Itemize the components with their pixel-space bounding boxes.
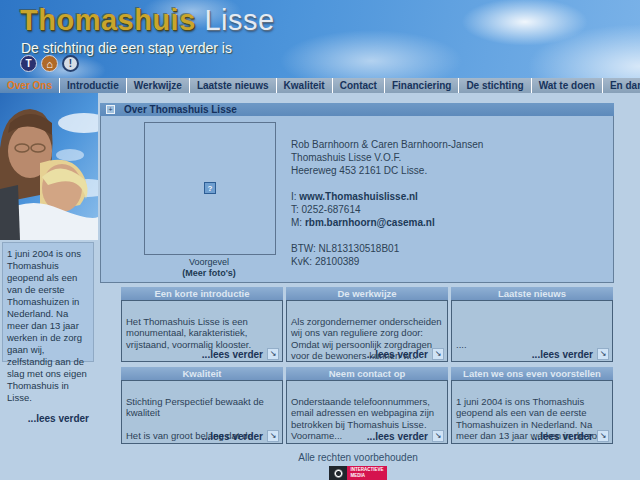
contact-phone-row: T: 0252-687614 <box>291 203 483 216</box>
more-photos-link[interactable]: (Meer foto's) <box>144 268 274 279</box>
site-title-primary: Thomashuis <box>20 4 196 36</box>
lees-verder-link[interactable]: ...lees verder <box>367 431 428 443</box>
card-laatste-nieuws-body: .... ...lees verder ↘ <box>451 300 613 362</box>
footer-logo-badge[interactable]: INTERACTIEVE MEDIA <box>329 466 386 480</box>
site-tagline: De stichting die een stap verder is <box>21 40 232 56</box>
card-werkwijze-body: Als zorgondernemer onderscheiden wij ons… <box>286 300 448 362</box>
card-laatste-nieuws-text: .... <box>456 339 467 350</box>
nav-tab-over-ons[interactable]: Over Ons <box>0 78 60 93</box>
main-nav: Over Ons Introductie Werkwijze Laatste n… <box>0 78 640 93</box>
website-link[interactable]: www.Thomashuislisse.nl <box>299 191 418 202</box>
home-icon[interactable]: ⌂ <box>41 55 58 72</box>
sidebar-lees-verder-link[interactable]: ...lees verder <box>7 413 89 425</box>
arrow-link-icon[interactable]: ↘ <box>597 348 609 360</box>
couple-photo <box>0 93 98 240</box>
footer-copyright: Alle rechten voorbehouden <box>100 452 616 463</box>
photo-frame: ? <box>144 122 276 255</box>
card-voorstellen-title: Laten we ons even voorstellen <box>451 367 613 380</box>
arrow-link-icon[interactable]: ↘ <box>597 430 609 442</box>
nav-tab-werkwijze[interactable]: Werkwijze <box>127 78 190 93</box>
nav-tab-introductie[interactable]: Introductie <box>60 78 127 93</box>
lees-verder-link[interactable]: ...lees verder <box>367 349 428 361</box>
eye-logo-icon <box>329 466 347 480</box>
email-link[interactable]: rbm.barnhoorn@casema.nl <box>305 217 435 228</box>
header-banner: Thomashuis Lisse De stichting die een st… <box>0 0 640 78</box>
footer-badge-text: INTERACTIEVE MEDIA <box>347 466 386 480</box>
card-voorstellen: Laten we ons even voorstellen 1 juni 200… <box>451 367 613 444</box>
email-label: M: <box>291 217 305 228</box>
card-contact: Neem contact op Onderstaande telefoonnum… <box>286 367 448 444</box>
lees-verder-link[interactable]: ...lees verder <box>532 349 593 361</box>
lees-verder-link[interactable]: ...lees verder <box>532 431 593 443</box>
card-kwaliteit-title: Kwaliteit <box>121 367 283 380</box>
window-icon[interactable]: + <box>106 105 115 114</box>
nav-tab-laatste-nieuws[interactable]: Laatste nieuws <box>190 78 277 93</box>
nav-tab-contact[interactable]: Contact <box>333 78 385 93</box>
sidebar-teaser: 1 juni 2004 is ons Thomashuis geopend al… <box>2 242 94 362</box>
contact-name: Rob Barnhoorn & Caren Barnhoorn-Jansen <box>291 138 483 151</box>
card-werkwijze: De werkwijze Als zorgondernemer ondersch… <box>286 287 448 362</box>
contact-company: Thomashuis Lisse V.O.F. <box>291 151 483 164</box>
footer-badge-wrap: INTERACTIEVE MEDIA <box>100 466 616 480</box>
t-logo-icon[interactable]: T <box>20 55 37 72</box>
nav-tab-wat-te-doen[interactable]: Wat te doen <box>532 78 603 93</box>
arrow-link-icon[interactable]: ↘ <box>432 430 444 442</box>
lees-verder-link[interactable]: ...lees verder <box>202 431 263 443</box>
phone-label: T: <box>291 204 302 215</box>
card-contact-body: Onderstaande telefoonnummers, email adre… <box>286 380 448 444</box>
card-contact-title: Neem contact op <box>286 367 448 380</box>
panel-header: + Over Thomashuis Lisse <box>100 103 614 116</box>
arrow-link-icon[interactable]: ↘ <box>267 348 279 360</box>
header-badges: T ⌂ ! <box>20 55 79 72</box>
page: Thomashuis Lisse De stichting die een st… <box>0 0 640 480</box>
contact-btw: BTW: NL813130518B01 <box>291 242 483 255</box>
card-voorstellen-body: 1 juni 2004 is ons Thomashuis geopend al… <box>451 380 613 444</box>
card-werkwijze-title: De werkwijze <box>286 287 448 300</box>
photo-caption: Voorgevel (Meer foto's) <box>144 257 274 279</box>
card-kwaliteit: Kwaliteit Stichting Perspectief bewaakt … <box>121 367 283 444</box>
card-introductie-body: Het Thomashuis Lisse is een monumentaal,… <box>121 300 283 362</box>
panel-body: ? Voorgevel (Meer foto's) Rob Barnhoorn … <box>100 116 614 283</box>
lees-verder-link[interactable]: ...lees verder <box>202 349 263 361</box>
footer-badge-line2: MEDIA <box>350 473 383 479</box>
contact-address: Heereweg 453 2161 DC Lisse. <box>291 164 483 177</box>
arrow-link-icon[interactable]: ↘ <box>267 430 279 442</box>
card-kwaliteit-body: Stichting Perspectief bewaakt de kwalite… <box>121 380 283 444</box>
card-laatste-nieuws: Laatste nieuws .... ...lees verder ↘ <box>451 287 613 362</box>
card-laatste-nieuws-title: Laatste nieuws <box>451 287 613 300</box>
sidebar-teaser-text: 1 juni 2004 is ons Thomashuis geopend al… <box>7 248 89 404</box>
contact-kvk: KvK: 28100389 <box>291 255 483 268</box>
nav-tab-de-stichting[interactable]: De stichting <box>459 78 531 93</box>
contact-block: Rob Barnhoorn & Caren Barnhoorn-Jansen T… <box>291 138 483 268</box>
site-title-secondary: Lisse <box>204 4 274 36</box>
phone-value: 0252-687614 <box>302 204 361 215</box>
panel-title: Over Thomashuis Lisse <box>124 104 237 115</box>
card-introductie-title: Een korte introductie <box>121 287 283 300</box>
contact-website-row: I: www.Thomashuislisse.nl <box>291 190 483 203</box>
contact-email-row: M: rbm.barnhoorn@casema.nl <box>291 216 483 229</box>
nav-tab-financiering[interactable]: Financiering <box>385 78 459 93</box>
nav-tab-en-dan-dit[interactable]: En dan dit.. <box>603 78 640 93</box>
alert-icon[interactable]: ! <box>62 55 79 72</box>
nav-tab-kwaliteit[interactable]: Kwaliteit <box>277 78 333 93</box>
site-title: Thomashuis Lisse <box>20 4 275 37</box>
broken-image-icon: ? <box>204 182 216 194</box>
photo-caption-title: Voorgevel <box>144 257 274 268</box>
card-introductie: Een korte introductie Het Thomashuis Lis… <box>121 287 283 362</box>
arrow-link-icon[interactable]: ↘ <box>432 348 444 360</box>
